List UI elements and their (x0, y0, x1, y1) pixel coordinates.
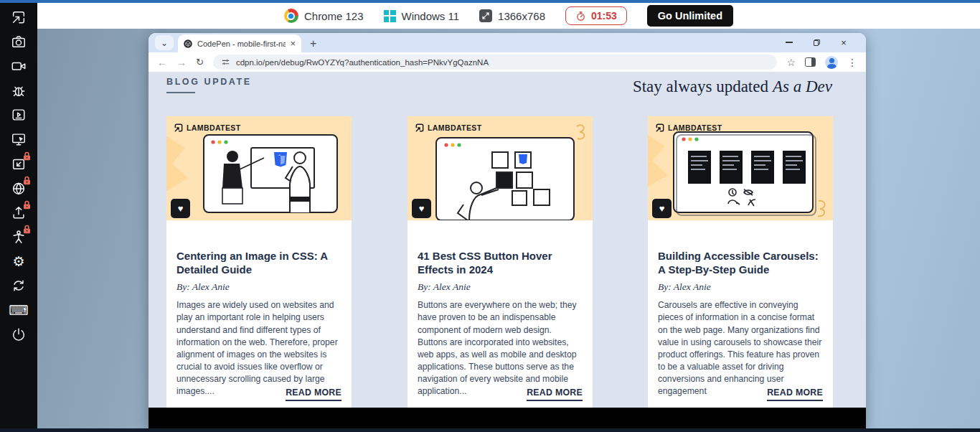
blog-card-body: Building Accessible Carousels: A Step-By… (648, 220, 833, 408)
read-more-link[interactable]: READ MORE (767, 388, 823, 401)
lock-icon (22, 175, 32, 186)
page-viewport: BLOG UPDATE Stay always updatedAs a Dev (149, 72, 866, 428)
favorite-button[interactable]: ♥ (412, 199, 431, 218)
blog-card-author: By: Alex Anie (658, 281, 823, 293)
windows-icon (384, 10, 396, 22)
screenshot-camera-icon[interactable] (11, 34, 27, 50)
window-controls: × (776, 33, 857, 52)
favorite-button[interactable]: ♥ (652, 199, 672, 218)
blog-card-author: By: Alex Anie (418, 281, 583, 293)
chrome-icon (284, 9, 298, 23)
url-input[interactable]: cdpn.io/pen/debug/RwOYZYq?authentication… (213, 55, 778, 70)
geolocation-globe-icon[interactable] (11, 180, 27, 196)
blog-card: LAMBDATEST ♥ Building Accessible Carouse… (648, 116, 833, 408)
tab-title: CodePen - mobile-first-navbar (197, 39, 286, 48)
address-bar: ← → ↻ cdpn.io/pen/debug/RwOYZYq?authenti… (149, 52, 866, 72)
close-window-button[interactable]: × (830, 33, 857, 52)
restore-button[interactable] (803, 33, 830, 52)
video-recorder-icon[interactable] (11, 58, 27, 74)
profile-avatar[interactable] (825, 56, 838, 69)
upload-file-icon[interactable] (11, 205, 27, 220)
power-icon[interactable] (11, 327, 27, 342)
back-icon[interactable]: ← (157, 57, 167, 67)
bookmark-star-icon[interactable]: ☆ (786, 57, 796, 67)
site-settings-icon[interactable] (221, 57, 230, 67)
resolution-label: 1366x768 (498, 10, 545, 22)
blog-card-image[interactable]: LAMBDATEST ♥ (648, 116, 833, 220)
side-panel-icon[interactable] (805, 57, 816, 67)
blog-card-title: Centering an Image in CSS: A Detailed Gu… (176, 249, 341, 276)
resolution: 1366x768 (479, 9, 545, 22)
browser-tab[interactable]: CodePen - mobile-first-navbar × (178, 34, 301, 52)
os-version-label: Windows 11 (402, 10, 460, 22)
session-toolbar: Chrome 123 Windows 11 1366x768 01:53 Go … (37, 3, 980, 29)
bottom-edge-strip (0, 428, 980, 432)
blog-card-author: By: Alex Anie (176, 281, 341, 293)
blog-card-excerpt: Carousels are effective in conveying pie… (658, 299, 823, 398)
lock-icon (22, 151, 32, 161)
go-unlimited-button[interactable]: Go Unlimited (647, 5, 733, 27)
tool-sidebar: ⚙ ⌨ (0, 3, 37, 428)
page-footer-bar (149, 408, 866, 428)
tab-search-chevron-icon[interactable]: ⌄ (155, 35, 174, 50)
lambdatest-brand-icon (655, 123, 665, 133)
lambdatest-logo-icon[interactable] (11, 9, 27, 25)
blog-card-title: Building Accessible Carousels: A Step-By… (658, 249, 823, 276)
lock-icon (22, 199, 32, 210)
blog-card-body: 41 Best CSS Button Hover Effects in 2024… (407, 220, 593, 408)
settings-gear-icon[interactable]: ⚙ (11, 253, 27, 269)
tab-close-icon[interactable]: × (290, 39, 296, 49)
bug-report-icon[interactable] (11, 83, 27, 98)
sync-icon[interactable] (11, 278, 27, 294)
section-label: BLOG UPDATE (166, 77, 252, 87)
section-underline (166, 92, 195, 93)
screen: ⚙ ⌨ Chrome 123 Windows 11 1366x768 (0, 0, 980, 432)
brand-logo: LAMBDATEST (655, 123, 722, 133)
resolution-icon (479, 9, 492, 22)
page-title-em: As a Dev (773, 78, 832, 95)
stopwatch-icon (575, 11, 586, 22)
timer-value: 01:53 (591, 10, 617, 22)
display-settings-icon[interactable] (11, 131, 27, 147)
read-more-link[interactable]: READ MORE (286, 388, 341, 401)
keyboard-glyph: ⌨ (9, 304, 28, 317)
blog-card-excerpt: Images are widely used on websites and p… (176, 299, 341, 398)
new-tab-button[interactable]: + (310, 38, 316, 50)
tab-strip: ⌄ CodePen - mobile-first-navbar × + × (149, 33, 866, 52)
blog-card-body: Centering an Image in CSS: A Detailed Gu… (166, 220, 352, 408)
lock-icon (22, 224, 32, 235)
browser-version: Chrome 123 (284, 9, 364, 23)
keyboard-icon[interactable]: ⌨ (11, 302, 27, 318)
codepen-favicon-icon (183, 39, 193, 49)
gear-glyph: ⚙ (12, 255, 24, 268)
blog-card: LAMBDATEST ♥ Centering an Image in CSS: … (166, 116, 352, 408)
forward-icon[interactable]: → (176, 57, 187, 67)
favorite-button[interactable]: ♥ (171, 199, 190, 218)
blog-card-title: 41 Best CSS Button Hover Effects in 2024 (418, 249, 583, 276)
lambdatest-brand-icon (415, 123, 425, 133)
menu-dots-icon[interactable]: ⋮ (847, 57, 857, 67)
blog-card-image[interactable]: LAMBDATEST ♥ (407, 116, 593, 220)
browser-window: ⌄ CodePen - mobile-first-navbar × + × ← … (149, 33, 866, 428)
os-version: Windows 11 (384, 10, 460, 22)
top-accent-strip (0, 0, 980, 3)
accessibility-icon[interactable] (11, 229, 27, 245)
brand-logo: LAMBDATEST (174, 123, 241, 133)
read-more-link[interactable]: READ MORE (527, 388, 583, 401)
session-timer: 01:53 (565, 6, 627, 25)
lambdatest-brand-icon (174, 123, 184, 133)
reload-icon[interactable]: ↻ (196, 57, 204, 67)
browser-version-label: Chrome 123 (304, 10, 364, 22)
page-title: Stay always updatedAs a Dev (633, 78, 832, 96)
record-session-icon[interactable] (11, 107, 27, 123)
blog-card-image[interactable]: LAMBDATEST ♥ (166, 116, 352, 220)
url-text: cdpn.io/pen/debug/RwOYZYq?authentication… (236, 58, 770, 67)
brand-logo: LAMBDATEST (415, 123, 482, 133)
switch-session-icon[interactable] (11, 156, 27, 172)
blog-card-excerpt: Buttons are everywhere on the web; they … (418, 299, 583, 398)
minimize-button[interactable] (776, 33, 803, 52)
blog-card: LAMBDATEST ♥ 41 Best CSS Button Hover Ef… (407, 116, 593, 408)
